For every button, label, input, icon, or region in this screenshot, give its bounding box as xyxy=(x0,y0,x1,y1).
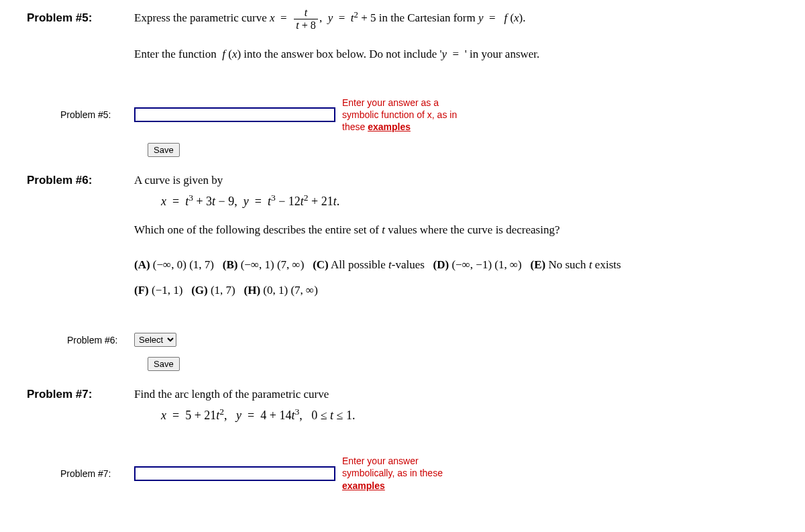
problem-5: Problem #5: Express the parametric curve… xyxy=(27,7,778,76)
examples-link-7[interactable]: examples xyxy=(342,480,385,491)
problem-7-content: Find the arc length of the parametric cu… xyxy=(134,388,778,435)
problem-5-answer-row: Problem #5: Enter your answer as a symbo… xyxy=(27,97,778,134)
problem-6-intro: A curve is given by xyxy=(134,174,778,187)
problem-5-text-a: Express the parametric curve xyxy=(134,11,270,24)
frac-den: t + 8 xyxy=(294,19,318,32)
problem-5-text-b: in the Cartesian form xyxy=(379,11,478,24)
problem-7-answer-input[interactable] xyxy=(134,466,335,481)
opt-h: (0, 1) (7, ∞) xyxy=(263,284,318,297)
opt-c: All possible t-values xyxy=(331,258,425,271)
problem-5-save-row: Save xyxy=(27,143,778,157)
problem-7-answer-label: Problem #7: xyxy=(27,468,134,479)
problem-5-answer-label: Problem #5: xyxy=(27,109,134,120)
problem-5-heading: Problem #5: xyxy=(27,11,134,25)
problem-7-answer-row: Problem #7: Enter your answer symbolical… xyxy=(27,455,778,492)
problem-6-options: (A) (−∞, 0) (1, 7) (B) (−∞, 1) (7, ∞) (C… xyxy=(134,252,778,303)
problem-7-hint: Enter your answer symbolically, as in th… xyxy=(342,455,443,492)
save-button-5[interactable]: Save xyxy=(148,143,180,157)
fraction: tt + 8 xyxy=(294,7,318,32)
problem-7-heading: Problem #7: xyxy=(27,388,134,401)
problem-5-answer-input[interactable] xyxy=(134,107,335,122)
hint-line-3: these xyxy=(342,121,368,132)
hint-line-2: symbolically, as in these xyxy=(342,468,443,478)
problem-6-select[interactable]: Select xyxy=(134,333,176,347)
problem-6-save-row: Save xyxy=(27,357,778,371)
problem-5-instruction: Enter the function f (x) into the answer… xyxy=(134,45,778,63)
problem-6-question: Which one of the following describes the… xyxy=(134,221,778,239)
examples-link[interactable]: examples xyxy=(368,121,411,132)
opt-f: (−1, 1) xyxy=(152,284,182,297)
problem-6-answer-label: Problem #6: xyxy=(27,335,134,345)
hint-line-1: Enter your answer as a xyxy=(342,97,439,108)
problem-7-equation: x = 5 + 21t2, y = 4 + 14t3, 0 ≤ t ≤ 1. xyxy=(161,407,778,423)
hint-line-2: symbolic function of x, as in xyxy=(342,109,457,120)
problem-6-equation: x = t3 + 3t − 9, y = t3 − 12t2 + 21t. xyxy=(161,193,778,209)
problem-5-hint: Enter your answer as a symbolic function… xyxy=(342,97,457,134)
opt-a: (−∞, 0) (1, 7) xyxy=(153,258,214,271)
problem-7: Problem #7: Find the arc length of the p… xyxy=(27,388,778,435)
opt-g: (1, 7) xyxy=(211,284,235,297)
problem-6-content: A curve is given by x = t3 + 3t − 9, y =… xyxy=(134,174,778,313)
opt-b: (−∞, 1) (7, ∞) xyxy=(241,258,305,271)
save-button-6[interactable]: Save xyxy=(148,357,180,371)
opt-e: No such t exists xyxy=(548,258,621,271)
problem-5-content: Express the parametric curve x = tt + 8,… xyxy=(134,7,778,76)
problem-6-heading: Problem #6: xyxy=(27,174,134,187)
problem-5-statement: Express the parametric curve x = tt + 8,… xyxy=(134,7,778,32)
problem-6-answer-row: Problem #6: Select xyxy=(27,333,778,347)
frac-num: t xyxy=(294,7,318,19)
problem-6: Problem #6: A curve is given by x = t3 +… xyxy=(27,174,778,313)
opt-d: (−∞, −1) (1, ∞) xyxy=(451,258,521,271)
problem-7-intro: Find the arc length of the parametric cu… xyxy=(134,388,778,401)
hint-line-1: Enter your answer xyxy=(342,456,419,466)
